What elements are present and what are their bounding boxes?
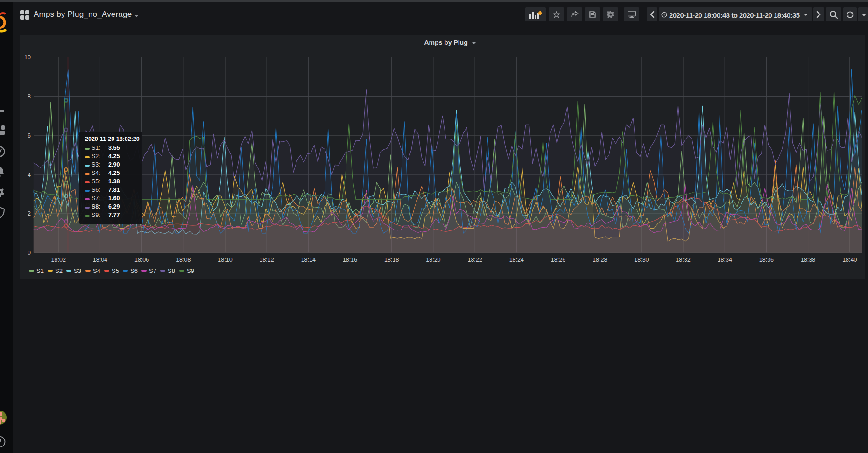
svg-text:18:26: 18:26 bbox=[551, 257, 565, 263]
svg-text:18:34: 18:34 bbox=[718, 257, 732, 263]
svg-text:8: 8 bbox=[28, 93, 31, 100]
svg-text:2: 2 bbox=[28, 210, 31, 217]
svg-text:18:22: 18:22 bbox=[467, 257, 482, 263]
svg-text:18:40: 18:40 bbox=[842, 257, 857, 263]
svg-text:18:36: 18:36 bbox=[759, 257, 774, 263]
svg-text:6: 6 bbox=[28, 132, 31, 139]
svg-text:18:24: 18:24 bbox=[509, 257, 524, 263]
svg-text:18:38: 18:38 bbox=[801, 257, 815, 263]
svg-text:18:08: 18:08 bbox=[176, 257, 191, 263]
svg-text:18:16: 18:16 bbox=[343, 257, 357, 263]
svg-text:18:02: 18:02 bbox=[51, 257, 66, 263]
svg-text:18:28: 18:28 bbox=[593, 257, 607, 263]
svg-text:18:10: 18:10 bbox=[218, 257, 232, 263]
svg-text:18:12: 18:12 bbox=[259, 257, 274, 263]
svg-text:18:18: 18:18 bbox=[384, 257, 399, 263]
svg-text:18:04: 18:04 bbox=[93, 257, 107, 263]
svg-text:18:30: 18:30 bbox=[634, 257, 649, 263]
svg-text:10: 10 bbox=[24, 54, 31, 61]
svg-text:4: 4 bbox=[28, 172, 31, 178]
svg-text:18:32: 18:32 bbox=[676, 257, 690, 263]
svg-text:0: 0 bbox=[28, 250, 31, 256]
svg-text:18:14: 18:14 bbox=[301, 257, 316, 263]
svg-text:18:06: 18:06 bbox=[134, 257, 149, 263]
svg-text:18:20: 18:20 bbox=[426, 257, 440, 263]
